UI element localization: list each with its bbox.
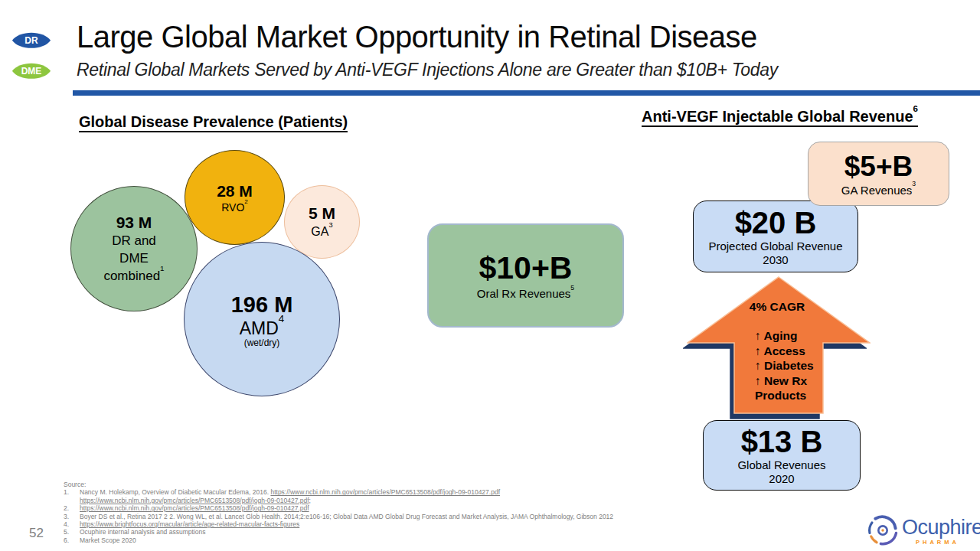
page-subtitle: Retinal Global Markets Served by Anti-VE… [77, 60, 778, 80]
logo-wordmark: Ocuphire [902, 516, 980, 540]
bubble-value: 93 M [116, 213, 152, 232]
bubble-label: DME [119, 249, 149, 267]
ocuphire-logo: Ocuphire PHARMA [864, 511, 978, 549]
growth-driver: ↑ Aging [755, 328, 814, 344]
footnote-line: 5. Ocuphire internal analysis and assump… [64, 528, 613, 536]
growth-driver: ↑ Diabetes [755, 358, 814, 373]
oral-rx-revenue-box: $10+B Oral Rx Revenues5 [427, 223, 624, 328]
bubble-label: RVO2 [221, 201, 248, 214]
footnote-line: 4. https://www.brightfocus.org/macular/a… [64, 520, 613, 528]
revenue-label: GA Revenues3 [841, 183, 916, 197]
anti-vegf-heading: Anti-VEGF Injectable Global Revenue6 [642, 108, 918, 126]
projected-revenue-2030-box: $20 B Projected Global Revenue 2030 [693, 201, 858, 272]
bubble-rvo: 28 M RVO2 [185, 150, 285, 245]
bubble-label: combined1 [103, 267, 164, 285]
growth-driver: ↑ Access [755, 344, 814, 359]
growth-drivers-list: ↑ Aging ↑ Access ↑ Diabetes ↑ New Rx Pro… [755, 328, 814, 403]
source-footnotes: Source: 1. Nancy M. Holekamp, Overview o… [64, 481, 613, 544]
badge-label: DR [11, 29, 51, 52]
dme-eye-badge: DME [11, 60, 51, 83]
bubble-label: GA3 [311, 223, 332, 240]
header-divider [73, 90, 980, 96]
page-number: 52 [29, 526, 44, 541]
footnote-link[interactable]: https://www.ncbi.nlm.nih.gov/pmc/article… [80, 504, 309, 512]
bubble-ga: 5 M GA3 [284, 185, 360, 259]
ga-revenue-box: $5+B GA Revenues3 [808, 142, 949, 206]
revenue-value: $20 B [735, 206, 817, 240]
source-label: Source: [64, 481, 613, 488]
revenue-value: $10+B [479, 249, 573, 286]
footnote-link[interactable]: https://www.brightfocus.org/macular/arti… [80, 520, 299, 528]
revenue-value: $13 B [741, 425, 823, 458]
footnote-line: 2. https://www.ncbi.nlm.nih.gov/pmc/arti… [64, 504, 613, 512]
bubble-label: AMD4 [240, 318, 285, 338]
revenue-label: Oral Rx Revenues5 [477, 286, 574, 302]
logo-tagline: PHARMA [916, 539, 959, 546]
revenue-year: 2030 [763, 253, 788, 267]
bubble-label: DR and [112, 232, 156, 249]
dr-eye-badge: DR [11, 29, 51, 52]
growth-driver: Products [755, 388, 814, 403]
prevalence-heading: Global Disease Prevalence (Patients) [79, 113, 348, 131]
page-title: Large Global Market Opportunity in Retin… [77, 20, 757, 54]
cagr-label: 4% CAGR [720, 300, 835, 314]
footnote-link[interactable]: https://www.ncbi.nlm.nih.gov/pmc/article… [270, 488, 500, 496]
bubble-value: 5 M [309, 204, 335, 223]
footnote-line: 1. Nancy M. Holekamp, Overview of Diabet… [64, 488, 613, 496]
slide: DR DME Large Global Market Opportunity i… [0, 0, 980, 551]
bubble-amd: 196 M AMD4 (wet/dry) [184, 242, 340, 396]
revenue-label: Projected Global Revenue [708, 240, 842, 253]
footnote-line: 6. Market Scope 2020 [64, 536, 613, 544]
growth-driver: ↑ New Rx [755, 373, 814, 389]
footnote-line: 3. Boyer DS et al., Retina 2017 2 2. Won… [64, 513, 613, 520]
footnote-link[interactable]: https://www.ncbi.nlm.nih.gov/pmc/article… [80, 497, 309, 504]
footnote-line: https://www.ncbi.nlm.nih.gov/pmc/article… [64, 497, 613, 504]
global-revenue-2020-box: $13 B Global Revenues 2020 [703, 420, 861, 491]
bubble-value: 28 M [217, 181, 253, 201]
bubble-dr-dme: 93 M DR and DME combined1 [70, 186, 198, 311]
bubble-note: (wet/dry) [244, 338, 280, 348]
badge-label: DME [11, 60, 51, 83]
ocuphire-swirl-icon [867, 514, 899, 546]
revenue-value: $5+B [844, 151, 913, 183]
revenue-label: Global Revenues [737, 458, 825, 472]
revenue-year: 2020 [769, 472, 794, 486]
